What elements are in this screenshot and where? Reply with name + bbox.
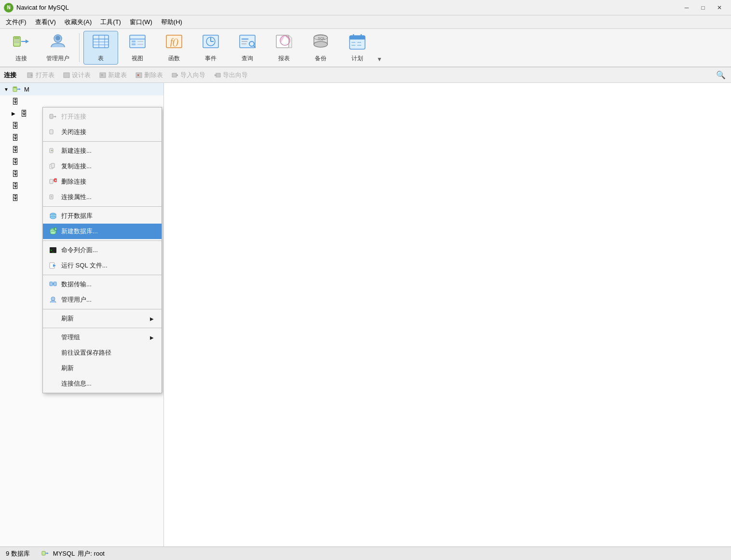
- db-icon-9: 🗄: [12, 194, 19, 202]
- svg-rect-17: [132, 40, 135, 42]
- ctx-sep-3: [43, 240, 162, 241]
- toolbar-connect[interactable]: 连接: [4, 31, 39, 65]
- ctx-close-connection-icon: [49, 128, 57, 136]
- connection-root[interactable]: ▼ M: [0, 83, 163, 95]
- ctx-run-sql-label: 运行 SQL 文件...: [61, 261, 108, 270]
- toolbar-sep-1: [79, 33, 80, 62]
- ctx-manage-group-arrow: ▶: [150, 335, 154, 340]
- menu-favorites[interactable]: 收藏夹(A): [61, 17, 95, 27]
- ctx-new-connection-label: 新建连接...: [61, 147, 92, 155]
- ctx-open-database-label: 打开数据库: [61, 212, 93, 220]
- svg-marker-66: [55, 116, 56, 118]
- ctx-open-connection-icon: [49, 112, 57, 121]
- toolbar-event-label: 事件: [205, 54, 217, 63]
- ctx-open-database[interactable]: 打开数据库: [43, 208, 162, 224]
- main-area: ▼ M 🗄 ▶ 🗄 🗄: [0, 83, 731, 547]
- status-db-count: 9 数据库: [6, 549, 30, 558]
- ctx-delete-connection-icon: ×: [49, 177, 57, 186]
- db-icon-3: 🗄: [12, 121, 19, 130]
- ctx-new-connection[interactable]: + 新建连接...: [43, 143, 162, 159]
- ctx-data-transfer[interactable]: 数据传输...: [43, 277, 162, 292]
- manage-users-icon: [48, 33, 68, 53]
- svg-point-83: [50, 231, 56, 234]
- ctx-set-save-path-icon: [49, 348, 57, 357]
- svg-rect-51: [64, 73, 69, 78]
- ctx-refresh-1[interactable]: 刷新 ▶: [43, 311, 162, 326]
- schedule-icon: [348, 33, 367, 53]
- toolbar-query[interactable]: 查询: [230, 31, 265, 65]
- ctx-new-connection-icon: +: [49, 147, 57, 155]
- ctx-command-line-label: 命令列介面...: [61, 246, 98, 254]
- ctx-manage-users-icon: [49, 295, 57, 304]
- ctx-copy-connection-label: 复制连接...: [61, 162, 92, 171]
- maximize-button[interactable]: □: [695, 2, 711, 13]
- svg-marker-6: [26, 40, 29, 43]
- toolbar-event[interactable]: 事件: [193, 31, 228, 65]
- search-button[interactable]: 🔍: [715, 69, 727, 81]
- title-bar: N Navicat for MySQL ─ □ ✕: [0, 0, 731, 15]
- toolbar-view[interactable]: 视图: [120, 31, 155, 65]
- connection-icon: [13, 85, 21, 93]
- delete-table-btn: × 删除表: [132, 69, 167, 81]
- close-button[interactable]: ✕: [712, 2, 727, 13]
- ctx-delete-connection-label: 删除连接: [61, 177, 86, 186]
- ctx-connection-props[interactable]: 连接属性...: [43, 189, 162, 205]
- import-wizard-icon: [172, 72, 178, 79]
- ctx-connection-props-label: 连接属性...: [61, 193, 92, 201]
- ctx-refresh-2[interactable]: 刷新: [43, 360, 162, 376]
- export-wizard-icon: [214, 72, 221, 79]
- svg-rect-42: [350, 38, 365, 40]
- svg-point-80: [50, 216, 56, 219]
- ctx-open-connection[interactable]: 打开连接: [43, 109, 162, 124]
- connection-label: M: [24, 86, 29, 93]
- menu-help[interactable]: 帮助(H): [157, 17, 186, 27]
- svg-point-8: [55, 36, 60, 40]
- toolbar-connect-label: 连接: [15, 54, 27, 63]
- ctx-new-database[interactable]: + 新建数据库...: [43, 224, 162, 239]
- toolbar-report-label: 报表: [278, 54, 290, 63]
- title-bar-right: ─ □ ✕: [679, 2, 727, 13]
- ctx-command-line-icon: >_: [49, 246, 57, 254]
- db-item-1[interactable]: 🗄: [8, 95, 163, 107]
- ctx-close-connection[interactable]: 关闭连接: [43, 124, 162, 140]
- ctx-connection-info[interactable]: 连接信息...: [43, 376, 162, 391]
- svg-rect-3: [14, 41, 19, 41]
- toolbar-report[interactable]: 报表: [267, 31, 301, 65]
- db-icon-8: 🗄: [12, 182, 19, 190]
- ctx-manage-users[interactable]: 管理用户...: [43, 292, 162, 307]
- menu-file[interactable]: 文件(F): [2, 17, 30, 27]
- sub-toolbar-label: 连接: [4, 71, 16, 80]
- toolbar-manage-users-label: 管理用户: [46, 54, 69, 63]
- toolbar-backup[interactable]: SQL 备份: [303, 31, 338, 65]
- ctx-copy-connection[interactable]: 复制连接...: [43, 159, 162, 174]
- ctx-set-save-path[interactable]: 前往设置保存路径: [43, 345, 162, 360]
- svg-rect-4: [14, 42, 19, 43]
- ctx-manage-group[interactable]: 管理组 ▶: [43, 330, 162, 345]
- menu-window[interactable]: 窗口(W): [126, 17, 156, 27]
- toolbar-function[interactable]: f() 函数: [157, 31, 191, 65]
- ctx-sep-4: [43, 275, 162, 275]
- ctx-command-line[interactable]: >_ 命令列介面...: [43, 242, 162, 258]
- toolbar-query-label: 查询: [242, 54, 253, 63]
- menu-tools[interactable]: 工具(T): [96, 17, 125, 27]
- ctx-delete-connection[interactable]: × 删除连接: [43, 174, 162, 189]
- toolbar-table[interactable]: 表: [83, 31, 118, 65]
- status-mysql-icon: [41, 550, 50, 557]
- ctx-open-database-icon: [49, 212, 57, 220]
- ctx-sep-1: [43, 141, 162, 142]
- menu-bar: 文件(F) 查看(V) 收藏夹(A) 工具(T) 窗口(W) 帮助(H): [0, 15, 731, 29]
- toolbar-function-label: 函数: [168, 54, 180, 63]
- toolbar-manage-users[interactable]: 管理用户: [41, 31, 75, 65]
- db-icon-7: 🗄: [12, 170, 19, 178]
- chevron-down-icon: ▼: [4, 87, 10, 92]
- menu-view[interactable]: 查看(V): [31, 17, 60, 27]
- app-logo: N Navicat for MySQL: [4, 3, 69, 13]
- status-connection-label: MYSQL: [53, 550, 75, 557]
- minimize-button[interactable]: ─: [679, 2, 694, 13]
- ctx-manage-group-icon: [49, 333, 57, 342]
- db-icon-6: 🗄: [12, 158, 19, 166]
- toolbar-schedule[interactable]: 计划: [340, 31, 375, 65]
- svg-text:×: ×: [137, 73, 139, 78]
- toolbar-more-arrow[interactable]: ▼: [377, 56, 382, 65]
- ctx-run-sql[interactable]: 运行 SQL 文件...: [43, 258, 162, 273]
